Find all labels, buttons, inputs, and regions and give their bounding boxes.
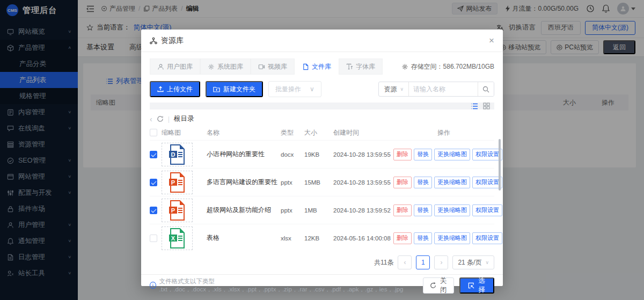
search-button[interactable] [478, 82, 494, 96]
action-更换缩略图-button[interactable]: 更换缩略图 [434, 204, 470, 216]
row-checkbox[interactable] [150, 151, 157, 158]
modal-tab-文件库[interactable]: 文件库 [295, 58, 339, 75]
modal-tab-label: 字体库 [356, 62, 375, 71]
action-权限设置-button[interactable]: 权限设置 [472, 177, 502, 188]
grid-view-icon[interactable] [483, 103, 490, 109]
prev-page-button[interactable]: ‹ [398, 255, 412, 269]
refresh-icon[interactable] [157, 115, 164, 122]
gear-icon [208, 63, 215, 70]
action-替换-button[interactable]: 替换 [414, 149, 432, 160]
action-替换-button[interactable]: 替换 [414, 232, 432, 244]
svg-text:P: P [171, 179, 175, 185]
row-checkbox[interactable] [150, 179, 157, 186]
action-替换-button[interactable]: 替换 [414, 204, 432, 216]
file-row: D 小语种网站的重要性docx19KB2024-10-28 13:59:55删除… [150, 140, 494, 168]
format-note: 文件格式支以下类型 .txt，.doc，.docx，.xls，.xlsx，.pp… [159, 277, 420, 294]
folder-plus-icon [213, 86, 220, 92]
col-size: 大小 [304, 128, 333, 137]
file-icon [302, 63, 309, 70]
file-size: 1MB [304, 207, 333, 214]
batch-operation-dropdown[interactable]: 批量操作 ∨ [268, 81, 321, 97]
file-type: pptx [281, 179, 304, 186]
new-folder-button[interactable]: 新建文件夹 [206, 81, 263, 97]
file-thumbnail[interactable]: P [162, 199, 193, 222]
action-更换缩略图-button[interactable]: 更换缩略图 [434, 149, 470, 160]
row-actions: 删除替换更换缩略图权限设置 [393, 149, 494, 160]
chevron-down-icon: ∨ [310, 85, 314, 93]
modal-tab-系统图库[interactable]: 系统图库 [200, 58, 251, 75]
file-created: 2024-10-28 13:59:55 [333, 151, 393, 158]
action-权限设置-button[interactable]: 权限设置 [472, 232, 502, 244]
modal-tab-label: 用户图库 [167, 62, 193, 71]
file-type: docx [281, 151, 304, 158]
file-thumbnail[interactable]: X [162, 226, 193, 250]
info-icon: i [150, 282, 156, 289]
current-page-button[interactable]: 1 [416, 255, 430, 269]
file-row: X 表格xlsx12KB2024-05-16 14:00:08删除替换更换缩略图… [150, 224, 494, 252]
search-category-select[interactable]: 资源 ∨ [379, 82, 409, 96]
storage-space: 存储空间：586.702MB/10GB [401, 62, 494, 71]
action-删除-button[interactable]: 删除 [393, 149, 412, 160]
file-table-header: 缩略图 名称 类型 大小 创建时间 操作 [150, 125, 494, 140]
select-icon [468, 282, 474, 289]
modal-toolbar: 上传文件 新建文件夹 批量操作 ∨ 资源 ∨ [150, 81, 494, 97]
file-type: xlsx [281, 235, 304, 242]
search-group: 资源 ∨ [378, 82, 494, 97]
modal-tab-用户图库[interactable]: 用户图库 [150, 58, 200, 75]
file-created: 2024-10-28 13:59:55 [333, 179, 393, 186]
action-删除-button[interactable]: 删除 [393, 204, 412, 216]
page-size-select[interactable]: 21 条/页 ∨ [452, 255, 494, 269]
row-checkbox[interactable] [150, 207, 157, 214]
file-created: 2024-10-28 13:59:52 [333, 207, 393, 214]
file-name[interactable]: 表格 [207, 233, 281, 243]
next-page-button[interactable]: › [434, 255, 448, 269]
file-row: P 超级网站及新功能介绍pptx1MB2024-10-28 13:59:52删除… [150, 196, 494, 224]
modal-tab-label: 文件库 [312, 62, 331, 71]
action-替换-button[interactable]: 替换 [414, 177, 432, 188]
file-name[interactable]: 多语言网站建设的重要性 [207, 178, 281, 187]
action-更换缩略图-button[interactable]: 更换缩略图 [434, 177, 470, 188]
file-thumbnail[interactable]: P [162, 171, 193, 194]
action-权限设置-button[interactable]: 权限设置 [472, 204, 502, 216]
upload-file-button[interactable]: 上传文件 [150, 81, 200, 97]
resource-library-modal: 资源库 × 用户图库系统图库视频库文件库字体库存储空间：586.702MB/10… [141, 30, 503, 286]
view-toggle-strip [150, 103, 494, 109]
user-icon [157, 63, 164, 70]
action-删除-button[interactable]: 删除 [393, 232, 412, 244]
close-icon[interactable]: × [489, 36, 494, 45]
file-type: pptx [281, 207, 304, 214]
scrollbar-thumb[interactable] [499, 139, 501, 191]
modal-tab-视频库[interactable]: 视频库 [251, 58, 295, 75]
chevron-down-icon: ∨ [400, 86, 404, 92]
file-thumbnail[interactable]: D [162, 143, 193, 166]
video-icon [258, 63, 265, 70]
action-更换缩略图-button[interactable]: 更换缩略图 [434, 232, 470, 244]
modal-tab-字体库[interactable]: 字体库 [339, 58, 383, 75]
row-actions: 删除替换更换缩略图权限设置 [393, 177, 494, 188]
search-input[interactable] [409, 82, 478, 96]
modal-tab-label: 视频库 [268, 62, 287, 71]
close-return-icon [430, 282, 436, 289]
close-button[interactable]: 关闭 [423, 277, 455, 294]
row-checkbox[interactable] [150, 235, 157, 242]
file-size: 15MB [304, 179, 333, 186]
select-all-checkbox[interactable] [150, 129, 157, 136]
action-删除-button[interactable]: 删除 [393, 177, 412, 188]
file-name[interactable]: 小语种网站的重要性 [207, 150, 281, 159]
font-icon [346, 63, 353, 70]
col-name: 名称 [207, 128, 281, 137]
col-type: 类型 [281, 128, 304, 137]
list-view-icon[interactable] [471, 103, 478, 109]
action-权限设置-button[interactable]: 权限设置 [472, 149, 502, 160]
modal-header: 资源库 × [141, 30, 503, 52]
modal-footer: i 文件格式支以下类型 .txt，.doc，.docx，.xls，.xlsx，.… [141, 274, 503, 296]
select-button[interactable]: 选择 [459, 277, 494, 294]
root-directory-label[interactable]: 根目录 [174, 114, 194, 123]
file-name[interactable]: 超级网站及新功能介绍 [207, 206, 281, 215]
back-chevron-icon[interactable]: ‹ [150, 115, 152, 123]
modal-tab-label: 系统图库 [217, 62, 243, 71]
total-count: 共11条 [374, 258, 393, 267]
modal-tabs: 用户图库系统图库视频库文件库字体库存储空间：586.702MB/10GB [150, 58, 494, 75]
col-thumbnail: 缩略图 [162, 128, 207, 137]
pagination: 共11条 ‹ 1 › 21 条/页 ∨ [141, 252, 503, 274]
